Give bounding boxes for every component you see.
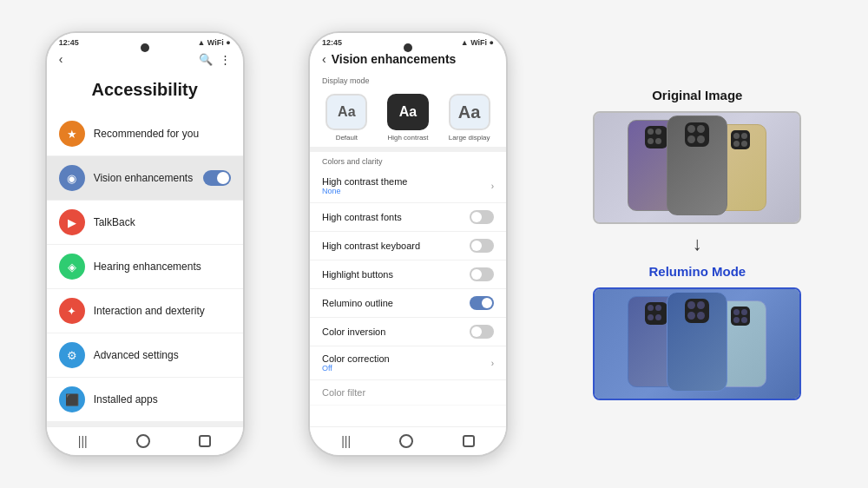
menu-icon-recommended: ★ [59,121,85,147]
menu-item-label-installed: Installed apps [94,393,158,406]
relumino-label: Relumino outline [322,298,393,308]
phone2-display-mode-label: Display mode [310,71,506,89]
display-mode-default-box: Aa [326,94,367,130]
relumino-image-box [593,287,801,400]
settings-row-relumino[interactable]: Relumino outline [310,289,506,318]
vision-toggle[interactable] [203,170,231,186]
color-inversion-toggle[interactable] [470,325,494,339]
hc-fonts-label: High contrast fonts [322,212,402,222]
phone2-display-modes: Aa Default Aa High contrast Aa Large dis… [310,89,506,147]
menu-icon-talkback: ▶ [59,209,85,235]
phone1-menu-list: ★ Recommended for you ◉ Vision enhanceme… [47,112,243,426]
menu-item-installed[interactable]: ⬛ Installed apps [47,378,243,421]
phone2-mockup: 12:45 ▲ WiFi ● ‹ Vision enhancements Dis… [308,31,508,457]
highlight-buttons-label: Highlight buttons [322,269,393,280]
original-phones-image [595,113,799,222]
right-panel: Original Image [571,88,823,400]
hc-theme-chevron: › [491,181,494,191]
menu-item-vision[interactable]: ◉ Vision enhancements [47,156,243,200]
color-filter-label: Color filter [322,387,365,398]
original-image-box [593,111,801,224]
menu-icon-installed: ⬛ [59,386,85,412]
phone2-nav-back[interactable]: ||| [341,434,351,448]
display-mode-highcontrast-label: High contrast [387,134,428,142]
phone2-nav-home[interactable] [399,434,413,448]
relumino-phones-image [595,289,799,399]
hc-keyboard-label: High contrast keyboard [322,241,420,251]
menu-icon-hearing: ◈ [59,254,85,280]
hc-theme-sub: None [322,187,407,195]
phone1-nav-home[interactable] [136,434,150,448]
settings-row-hc-theme[interactable]: High contrast theme None › [310,169,506,203]
color-inversion-label: Color inversion [322,326,385,337]
phone1-nav-back[interactable]: ||| [78,434,88,448]
phone1-screen: 12:45 ▲ WiFi ● ‹ 🔍 ⋮ Accessibility ★ Rec… [47,33,243,455]
hc-keyboard-toggle[interactable] [470,239,494,253]
menu-item-label-advanced: Advanced settings [94,349,179,361]
settings-row-hc-fonts[interactable]: High contrast fonts [310,203,506,232]
phone2-nav-recent[interactable] [463,435,475,447]
highlight-buttons-toggle[interactable] [470,267,494,281]
phone1-bottom-bar: ||| [47,426,243,455]
settings-row-color-inversion[interactable]: Color inversion [310,318,506,346]
display-mode-default-label: Default [336,134,358,142]
menu-item-label-recommended: Recommended for you [94,128,199,140]
hc-theme-label: High contrast theme [322,176,407,187]
phone2-bottom-bar: ||| [310,426,506,455]
relumino-toggle[interactable] [470,296,494,310]
phone1-top-icons: 🔍 ⋮ [199,53,231,66]
phone2-status-bar: 12:45 ▲ WiFi ● [310,33,506,49]
main-container: 12:45 ▲ WiFi ● ‹ 🔍 ⋮ Accessibility ★ Rec… [0,0,868,488]
more-icon[interactable]: ⋮ [220,53,231,66]
phone2-screen: 12:45 ▲ WiFi ● ‹ Vision enhancements Dis… [310,33,506,455]
phone1-status-icons: ▲ WiFi ● [197,38,230,47]
arrow-down-icon: ↓ [693,233,702,255]
phone1-mockup: 12:45 ▲ WiFi ● ‹ 🔍 ⋮ Accessibility ★ Rec… [45,31,245,457]
menu-item-label-interaction: Interaction and dexterity [94,305,205,317]
settings-row-highlight-buttons[interactable]: Highlight buttons [310,260,506,289]
menu-item-label-talkback: TalkBack [94,216,135,228]
phone2-header: ‹ Vision enhancements [310,49,506,71]
menu-icon-advanced: ⚙ [59,342,85,368]
menu-item-label-hearing: Hearing enhancements [94,260,201,273]
menu-item-advanced[interactable]: ⚙ Advanced settings [47,333,243,377]
phone1-nav-recent[interactable] [199,435,211,447]
settings-row-color-correction[interactable]: Color correction Off › [310,346,506,380]
relumino-mode-title: Relumino Mode [648,264,746,279]
display-mode-large-label: Large display [449,134,490,142]
menu-item-talkback[interactable]: ▶ TalkBack [47,201,243,244]
settings-row-hc-keyboard[interactable]: High contrast keyboard [310,232,506,260]
menu-item-hearing[interactable]: ◈ Hearing enhancements [47,245,243,288]
display-mode-highcontrast-box: Aa [387,94,429,130]
phone2-time: 12:45 [322,38,342,47]
menu-icon-interaction: ✦ [59,298,85,324]
phone2-header-title: Vision enhancements [332,52,457,66]
color-correction-sub: Off [322,364,390,373]
phone1-time: 12:45 [59,38,79,47]
display-mode-highcontrast[interactable]: Aa High contrast [380,94,437,142]
display-mode-large-box: Aa [449,94,490,130]
settings-row-hc-theme-content: High contrast theme None [322,176,407,195]
original-image-title: Original Image [652,88,742,102]
menu-item-label-vision: Vision enhancements [94,172,194,184]
color-correction-label: Color correction [322,353,390,364]
settings-row-cc-content: Color correction Off [322,353,390,373]
search-icon[interactable]: 🔍 [199,53,213,66]
menu-icon-vision: ◉ [59,165,85,191]
menu-item-recommended[interactable]: ★ Recommended for you [47,112,243,155]
settings-row-color-filter[interactable]: Color filter [310,380,506,406]
back-icon[interactable]: ‹ [59,52,63,66]
phone1-status-bar: 12:45 ▲ WiFi ● [47,33,243,49]
display-mode-large[interactable]: Aa Large display [441,94,497,142]
colors-section-label: Colors and clarity [310,147,506,169]
hc-fonts-toggle[interactable] [470,210,494,224]
phone1-top-bar: ‹ 🔍 ⋮ [47,49,243,71]
display-mode-default[interactable]: Aa Default [319,94,375,142]
menu-item-interaction[interactable]: ✦ Interaction and dexterity [47,289,243,333]
phone1-page-title: Accessibility [47,71,243,112]
phone2-status-icons: ▲ WiFi ● [461,38,494,47]
phone2-back-icon[interactable]: ‹ [322,52,326,66]
color-correction-chevron: › [491,359,494,368]
